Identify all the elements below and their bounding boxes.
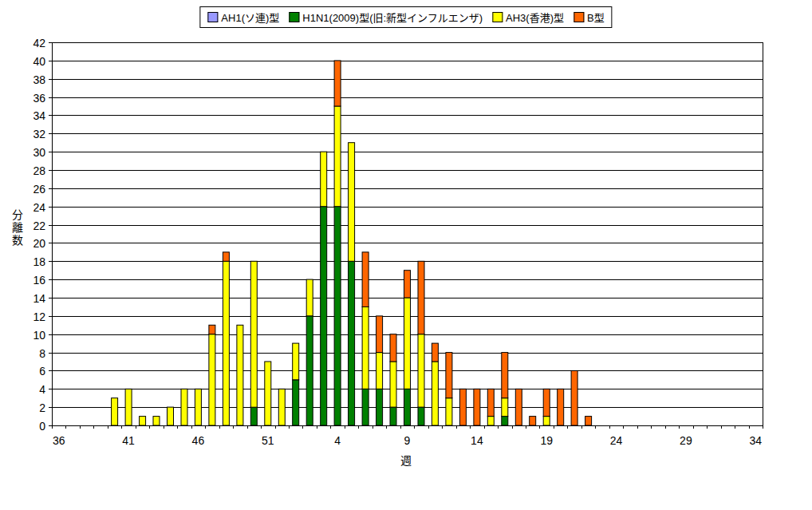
legend: AH1(ソ連)型H1N1(2009)型(旧:新型インフルエンザ)AH3(香港)型… (199, 6, 612, 28)
y-tick-label: 38 (33, 73, 45, 86)
legend-swatch-ah3 (492, 12, 503, 22)
legend-item-b: B型 (574, 10, 605, 25)
y-tick-label: 42 (33, 37, 45, 49)
legend-swatch-ah1 (207, 12, 218, 22)
bar-segment-b (446, 353, 452, 398)
bar-segment-ah3 (362, 306, 369, 389)
y-tick-label: 12 (33, 310, 45, 323)
x-tick-label: 14 (471, 434, 483, 447)
y-tick-label: 14 (33, 292, 45, 305)
legend-label-ah3: AH3(香港)型 (506, 10, 564, 25)
bar-segment-ah3 (418, 334, 424, 407)
y-tick-label: 24 (33, 201, 45, 214)
bar-segment-ah3 (404, 298, 411, 389)
y-tick-label: 2 (39, 401, 45, 414)
bar-segment-b (502, 353, 508, 398)
legend-label-b: B型 (587, 10, 605, 25)
bar-segment-ah3 (168, 407, 174, 425)
y-tick-label: 26 (33, 183, 45, 196)
chart-plot-area: 0246810121416182022242628303234363840423… (0, 0, 812, 510)
y-tick-label: 36 (33, 92, 45, 105)
bar-segment-b (376, 316, 383, 353)
bar-segment-h1n1 (362, 389, 369, 425)
y-tick-label: 18 (33, 255, 45, 268)
bar-segment-ah3 (278, 389, 285, 425)
legend-item-ah1: AH1(ソ連)型 (207, 10, 279, 25)
bar-segment-b (418, 261, 424, 334)
bar-segment-ah3 (432, 362, 438, 425)
x-tick-label: 4 (334, 434, 341, 447)
y-tick-label: 6 (39, 365, 45, 378)
bar-segment-h1n1 (376, 389, 383, 425)
bar-segment-ah3 (446, 398, 452, 425)
bar-segment-ah3 (140, 417, 146, 425)
bar-segment-h1n1 (321, 207, 327, 425)
bar-segment-b (558, 389, 564, 425)
x-tick-label: 24 (610, 434, 623, 447)
y-tick-label: 0 (39, 420, 45, 433)
legend-item-h1n1: H1N1(2009)型(旧:新型インフルエンザ) (289, 10, 483, 25)
bar-segment-h1n1 (390, 407, 396, 425)
bar-segment-ah3 (223, 261, 229, 425)
y-tick-label: 16 (33, 274, 45, 287)
bar-segment-h1n1 (418, 407, 424, 425)
legend-swatch-h1n1 (289, 12, 299, 22)
bar-segment-h1n1 (404, 389, 411, 425)
bar-segment-b (432, 343, 438, 362)
y-tick-label: 40 (33, 55, 45, 68)
bar-segment-ah3 (209, 334, 215, 425)
bar-segment-ah3 (195, 389, 201, 425)
y-axis-title: 分離数 (10, 209, 23, 247)
bar-segment-h1n1 (306, 316, 313, 425)
bar-segment-b (334, 61, 341, 106)
x-axis-title: 週 (0, 452, 812, 468)
bar-segment-ah3 (487, 417, 494, 425)
legend-swatch-b (574, 12, 584, 22)
bar-segment-b (404, 271, 411, 298)
bar-segment-ah3 (502, 398, 508, 417)
bar-segment-ah3 (250, 261, 257, 407)
y-tick-label: 30 (33, 146, 45, 159)
bar-segment-ah3 (349, 143, 355, 262)
bar-segment-b (474, 389, 480, 425)
bar-segment-h1n1 (502, 417, 508, 425)
bar-segment-ah3 (334, 106, 341, 207)
bar-segment-ah3 (181, 389, 187, 425)
x-tick-label: 29 (680, 434, 692, 447)
legend-item-ah3: AH3(香港)型 (492, 10, 564, 25)
influenza-isolation-chart: 0246810121416182022242628303234363840423… (0, 0, 812, 510)
x-tick-label: 51 (262, 434, 274, 447)
bar-segment-b (530, 417, 536, 425)
bar-segment-h1n1 (250, 407, 257, 425)
bar-segment-b (459, 389, 466, 425)
y-tick-label: 10 (33, 329, 45, 342)
bar-segment-h1n1 (334, 207, 341, 425)
bar-segment-b (223, 252, 229, 261)
bar-segment-h1n1 (349, 261, 355, 425)
bar-segment-b (543, 389, 550, 416)
y-tick-label: 8 (39, 347, 45, 360)
bar-segment-b (362, 252, 369, 307)
x-tick-label: 9 (404, 434, 411, 447)
x-tick-label: 34 (750, 434, 763, 447)
y-tick-label: 4 (39, 383, 45, 396)
bar-segment-ah3 (321, 152, 327, 207)
bar-segment-b (585, 417, 592, 425)
bar-segment-ah3 (293, 343, 299, 380)
bar-segment-ah3 (153, 417, 160, 425)
bar-segment-h1n1 (293, 380, 299, 425)
bar-segment-ah3 (112, 398, 118, 425)
bar-segment-b (515, 389, 522, 425)
x-tick-label: 46 (192, 434, 205, 447)
bar-segment-ah3 (237, 325, 243, 425)
bar-segment-ah3 (376, 353, 383, 389)
bar-segment-ah3 (125, 389, 132, 425)
bar-segment-b (571, 370, 577, 425)
bar-segment-ah3 (390, 362, 396, 407)
bar-segment-ah3 (306, 279, 313, 316)
legend-label-h1n1: H1N1(2009)型(旧:新型インフルエンザ) (302, 10, 483, 25)
y-tick-label: 32 (33, 128, 45, 140)
bar-segment-b (390, 334, 396, 362)
y-tick-label: 22 (33, 219, 45, 232)
y-tick-label: 28 (33, 164, 45, 177)
